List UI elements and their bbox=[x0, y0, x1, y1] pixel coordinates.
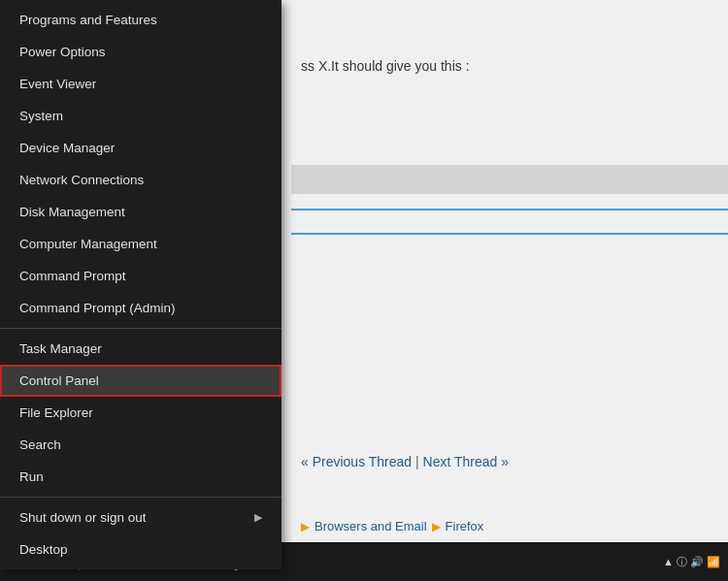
menu-item-control-panel[interactable]: Control Panel bbox=[0, 365, 281, 397]
breadcrumb: ▶ Browsers and Email ▶ Firefox bbox=[291, 509, 728, 543]
shutdown-arrow-icon: ▶ bbox=[254, 511, 262, 524]
gray-bar bbox=[291, 165, 728, 194]
breadcrumb-arrow-icon: ▶ bbox=[301, 520, 310, 533]
prev-thread-link[interactable]: « Previous Thread bbox=[301, 454, 412, 469]
menu-item-system[interactable]: System bbox=[0, 100, 281, 132]
breadcrumb-firefox-link[interactable]: Firefox bbox=[446, 519, 484, 533]
blue-bar-1 bbox=[291, 209, 728, 210]
menu-item-power-options[interactable]: Power Options bbox=[0, 36, 281, 68]
context-menu: Programs and Features Power Options Even… bbox=[0, 0, 281, 569]
menu-item-shutdown[interactable]: Shut down or sign out ▶ bbox=[0, 501, 281, 533]
pagination-area: « Previous Thread | Next Thread » bbox=[291, 444, 728, 479]
separator: | bbox=[415, 454, 423, 469]
menu-item-event-viewer[interactable]: Event Viewer bbox=[0, 68, 281, 100]
menu-item-network-connections[interactable]: Network Connections bbox=[0, 164, 281, 196]
menu-item-programs-features[interactable]: Programs and Features bbox=[0, 4, 281, 36]
breadcrumb-arrow-icon-2: ▶ bbox=[432, 520, 441, 533]
menu-item-search[interactable]: Search bbox=[0, 429, 281, 461]
menu-item-disk-management[interactable]: Disk Management bbox=[0, 196, 281, 228]
breadcrumb-browsers-link[interactable]: Browsers and Email bbox=[314, 519, 427, 533]
menu-item-run[interactable]: Run bbox=[0, 461, 281, 493]
menu-divider-1 bbox=[0, 328, 281, 329]
taskbar-right: ▲ ⓘ 🔊 📶 bbox=[663, 555, 728, 569]
menu-item-command-prompt[interactable]: Command Prompt bbox=[0, 260, 281, 292]
next-thread-link[interactable]: Next Thread » bbox=[423, 454, 509, 469]
menu-item-file-explorer[interactable]: File Explorer bbox=[0, 397, 281, 429]
time-display: ▲ ⓘ 🔊 📶 bbox=[663, 555, 720, 569]
menu-item-desktop[interactable]: Desktop bbox=[0, 533, 281, 565]
blue-bar-2 bbox=[291, 233, 728, 235]
menu-item-computer-management[interactable]: Computer Management bbox=[0, 228, 281, 260]
menu-divider-2 bbox=[0, 497, 281, 498]
menu-item-command-prompt-admin[interactable]: Command Prompt (Admin) bbox=[0, 292, 281, 324]
background-text: ss X.It should give you this : bbox=[291, 48, 728, 83]
menu-item-device-manager[interactable]: Device Manager bbox=[0, 132, 281, 164]
menu-item-task-manager[interactable]: Task Manager bbox=[0, 333, 281, 365]
